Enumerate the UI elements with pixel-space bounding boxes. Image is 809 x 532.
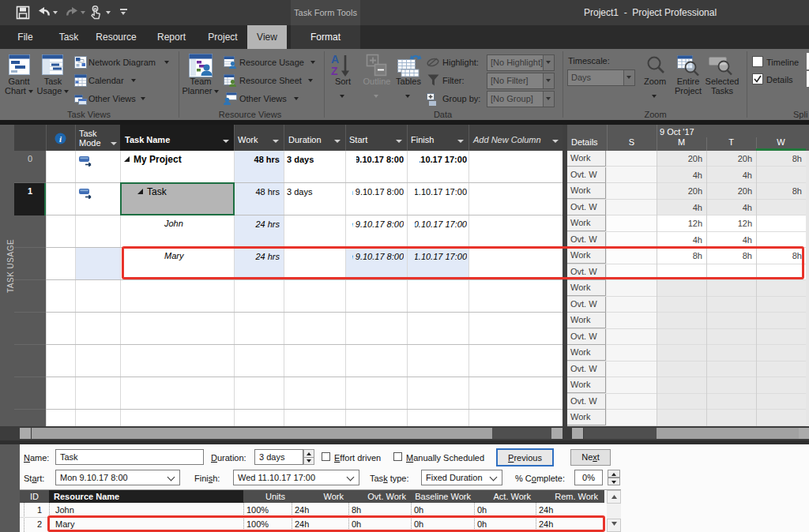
svg-text:A: A (331, 53, 339, 66)
svg-text:Z: Z (331, 65, 338, 77)
svg-text:TASK USAGE: TASK USAGE (6, 239, 14, 293)
